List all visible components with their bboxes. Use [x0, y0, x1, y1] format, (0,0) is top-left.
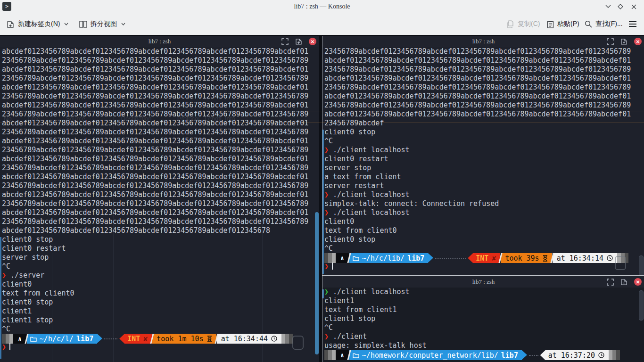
window-title: lib7 : zsh — Konsole: [0, 0, 644, 13]
terminal-line: 23456789abcdef0123456789abcdef0123456789…: [2, 164, 319, 173]
terminal-line: client0 stop: [2, 235, 319, 244]
command-output-marker: [322, 130, 324, 274]
terminal-line: ❯ ./server: [2, 271, 319, 280]
terminal-line: abcdef0123456789abcdef0123456789abcdef01…: [2, 47, 319, 56]
terminal-line: client0: [2, 280, 319, 289]
terminal-line: ^C: [324, 244, 644, 253]
minimize-button[interactable]: [603, 2, 613, 11]
prompt-segment-duration: took 39s: [501, 253, 552, 263]
terminal-line: abcdef0123456789abcdef0123456789abcdef01…: [2, 226, 319, 235]
hamburger-icon: [628, 21, 637, 27]
paste-button[interactable]: 粘贴(P): [547, 17, 579, 31]
folder-icon: [353, 353, 359, 358]
terminal-text[interactable]: ❯ ./client localhostclient1text from cli…: [324, 288, 644, 362]
find-button[interactable]: 查找(F)...: [585, 17, 623, 31]
close-pane-icon[interactable]: ✕: [634, 278, 642, 286]
maximize-button[interactable]: [616, 2, 625, 11]
maximize-pane-icon[interactable]: [607, 38, 614, 45]
terminal-line: simplex-talk: connect: Connection refuse…: [324, 199, 644, 208]
terminal-line: 23456789abcdef0123456789abcdef0123456789…: [324, 83, 644, 92]
prompt-bar: ∧~/h/c/l/lib7INT✘took 1m 10sat 16:34:44: [2, 334, 293, 344]
terminal-line: abcdef0123456789abcdef0123456789abcdef01…: [2, 137, 319, 146]
close-button[interactable]: [629, 2, 638, 11]
terminal-line: ❯ ./client localhost: [324, 146, 644, 155]
scrollbar[interactable]: [315, 212, 319, 354]
hourglass-icon: [543, 255, 548, 262]
terminal-line: text from client0: [2, 289, 319, 298]
terminal-line: client0: [324, 217, 644, 226]
terminal-line: ❯: [2, 343, 319, 352]
terminal-pane-top-right[interactable]: lib7 : zsh ✕ 23456789abcdef0123456789abc…: [322, 36, 644, 275]
terminal-line: client0 stop: [324, 235, 644, 244]
toolbar: 新建标签页(N) 拆分视图 复制(C) 粘贴(P): [0, 13, 644, 35]
terminal-line: server stop: [2, 253, 319, 262]
terminal-line: 23456789abcdef0123456789abcdef0123456789…: [324, 101, 644, 110]
terminal-line: abcdef0123456789abcdef0123456789abcdef01…: [2, 101, 319, 110]
terminal-line: 23456789abcdef0123456789abcdef0123456789…: [2, 110, 319, 119]
new-tab-button[interactable]: 新建标签页(N): [7, 17, 68, 31]
search-icon: [585, 20, 592, 28]
prompt-segment-duration: took 1m 10s: [152, 334, 216, 344]
terminal-line: client0 stop: [324, 128, 644, 137]
terminal-line: ❯ ./client localhost: [324, 208, 644, 217]
close-pane-icon[interactable]: ✕: [634, 38, 642, 45]
terminal-line: 23456789abcdef0123456789abcdef0123456789…: [2, 128, 319, 137]
folder-icon: [30, 336, 37, 342]
clock-icon: [607, 255, 613, 261]
terminal-line: abcdef0123456789abcdef0123456789abcdef01…: [2, 155, 319, 164]
scrollbar[interactable]: [639, 255, 644, 275]
terminal-line: client1 stop: [2, 316, 319, 325]
pane-title: lib7 : zsh: [472, 278, 495, 285]
terminal-line: client1: [2, 307, 319, 316]
prompt-bar: ∧~/homework/conputer_network/lib/lib7at …: [324, 350, 620, 360]
maximize-pane-icon[interactable]: [281, 38, 289, 45]
prompt-segment-int: INT✘: [119, 334, 152, 344]
pane-header[interactable]: lib7 : zsh ✕: [322, 276, 644, 288]
terminal-line: a text from client: [324, 173, 644, 181]
copy-label: 复制(C): [518, 20, 540, 28]
pane-header[interactable]: lib7 : zsh ✕: [0, 36, 319, 47]
terminal-area: lib7 : zsh ✕ abcdef0123456789abcdef01234…: [0, 35, 644, 362]
new-tab-small-icon[interactable]: [295, 38, 302, 45]
prompt-segment-directory: ~/homework/conputer_network/lib/lib7: [349, 350, 522, 360]
pane-header[interactable]: lib7 : zsh ✕: [322, 36, 644, 47]
close-pane-icon[interactable]: ✕: [309, 38, 316, 45]
prompt-segment-os: ∧: [13, 334, 26, 344]
terminal-line: 23456789abcdef0123456789abcdef0123456789…: [2, 181, 319, 190]
terminal-text[interactable]: abcdef0123456789abcdef0123456789abcdef01…: [2, 47, 319, 362]
scrollbar[interactable]: [639, 290, 644, 321]
terminal-line: abcdef0123456789abcdef0123456789abcdef01…: [324, 110, 644, 119]
new-tab-label: 新建标签页(N): [18, 20, 60, 28]
prompt-segment-directory: ~/h/c/lib/lib7: [349, 253, 428, 263]
terminal-line: 23456789abcdef: [324, 119, 644, 128]
rounded-rect-artifact: [292, 336, 304, 350]
terminal-line: 23456789abcdef0123456789abcdef0123456789…: [2, 146, 319, 155]
prompt-segment-int: INT✘: [468, 253, 500, 263]
split-view-button[interactable]: 拆分视图: [79, 17, 125, 31]
rounded-rect-artifact: [615, 256, 626, 270]
paste-label: 粘贴(P): [557, 20, 579, 28]
command-output-marker: [0, 237, 1, 359]
terminal-line: 23456789abcdef0123456789abcdef0123456789…: [2, 56, 319, 65]
terminal-line: ❯: [324, 262, 644, 271]
terminal-line: abcdef0123456789abcdef0123456789abcdef01…: [2, 119, 319, 128]
terminal-pane-bottom-right[interactable]: lib7 : zsh ✕ ❯ ./client localhostclient1…: [322, 276, 644, 362]
terminal-line: ^C: [324, 323, 644, 332]
prompt-segment-time: at 16:37:20: [540, 350, 609, 360]
terminal-line: server restart: [324, 181, 644, 190]
prompt-segment-os: ∧: [336, 253, 349, 263]
paste-icon: [547, 20, 554, 28]
title-bar: > lib7 : zsh — Konsole: [0, 0, 644, 14]
hamburger-menu-button[interactable]: [628, 17, 637, 31]
terminal-line: text from client0: [324, 226, 644, 235]
new-tab-small-icon[interactable]: [620, 279, 627, 286]
new-tab-small-icon[interactable]: [620, 38, 627, 45]
terminal-pane-left[interactable]: lib7 : zsh ✕ abcdef0123456789abcdef01234…: [0, 36, 319, 362]
find-label: 查找(F)...: [595, 20, 623, 28]
terminal-line: abcdef0123456789abcdef0123456789abcdef01…: [324, 74, 644, 83]
terminal-line: abcdef0123456789abcdef0123456789abcdef01…: [324, 56, 644, 65]
terminal-line: usage: simplex-talk host: [324, 341, 644, 350]
terminal-text[interactable]: 23456789abcdef0123456789abcdef0123456789…: [324, 47, 644, 275]
terminal-line: ❯ ./client: [324, 332, 644, 341]
maximize-pane-icon[interactable]: [607, 279, 614, 286]
